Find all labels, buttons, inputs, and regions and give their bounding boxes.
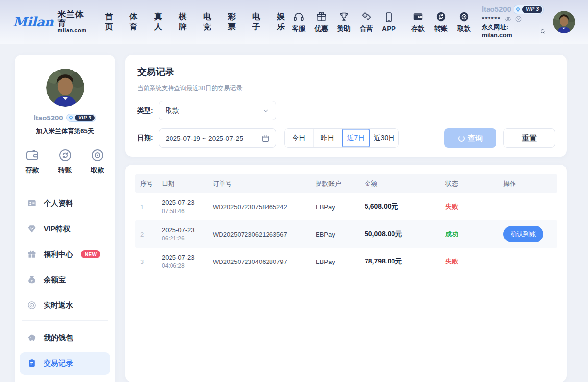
nav-sports[interactable]: 体育 [130,12,141,32]
sidebar-item-yuebao[interactable]: 余额宝 [20,268,110,291]
reset-button[interactable]: 重置 [503,128,555,148]
sidebar-withdraw-label: 取款 [91,166,104,175]
tags-icon [361,11,372,23]
promotions-link[interactable]: 优惠 [311,11,332,33]
cell-order-number: WD202507230406280797 [208,258,311,265]
nav-live[interactable]: 真人 [154,12,166,32]
exchange-outline-icon [58,148,73,163]
chevron-down-icon [262,107,270,115]
sidebar-item-wallet[interactable]: 我的钱包 [20,327,110,349]
deposit-button[interactable]: 存款 [407,11,429,33]
withdraw-label: 取款 [457,24,471,33]
customer-service-link[interactable]: 客服 [288,11,309,33]
cell-status-failed: 失败 [441,202,498,211]
cell-status-success: 成功 [441,230,498,239]
calendar-icon [261,134,270,143]
filter-panel: 交易记录 当前系统支持查询最近30日的交易记录 类型: 取款 日期: 2025-… [125,55,567,157]
wallet-outline-icon [25,148,40,163]
mobile-phone-icon [383,11,394,23]
coin-outline-icon [90,148,105,163]
nav-lottery[interactable]: 彩票 [228,12,239,32]
cell-order-number: WD202507230621263567 [208,231,311,238]
double-ring-icon [27,300,37,310]
user-avatar[interactable] [553,11,575,33]
col-header-amount: 金额 [360,179,441,188]
cell-seq: 2 [135,231,157,238]
nav-esports[interactable]: 电竞 [203,12,215,32]
loading-spinner-icon [458,135,465,142]
gift-fill-icon [27,249,37,259]
col-header-date: 日期 [157,179,208,188]
masked-balance: ****** [482,15,501,23]
sidebar-vip-badge: VIP 3 [66,114,97,122]
customer-service-label: 客服 [292,24,306,33]
sidebar-item-welfare[interactable]: 福利中心 NEW [20,243,110,265]
nav-slots[interactable]: 电子 [252,12,264,32]
confirm-receipt-button[interactable]: 确认到账 [503,226,543,242]
brand-script-logo: Milan [13,14,53,29]
app-download-link[interactable]: APP [378,11,399,33]
transfer-button[interactable]: 转账 [430,11,452,33]
range-30days-button[interactable]: 近30日 [370,129,398,147]
sponsorship-link[interactable]: 赞助 [333,11,354,33]
brand-name-cn: 米兰体育 [58,10,87,28]
query-button-label: 查询 [468,134,483,143]
page-title: 交易记录 [137,66,555,78]
gift-icon [316,11,327,23]
range-yesterday-button[interactable]: 昨日 [313,129,342,147]
date-filter-label: 日期: [137,134,159,143]
cell-seq: 1 [135,203,157,211]
vip-badge: VIP 3 [514,5,544,14]
sidebar-deposit-button[interactable]: 存款 [25,148,40,175]
magnifier-icon[interactable] [540,28,546,35]
nav-entertainment[interactable]: 娱乐 [277,12,288,32]
cell-date: 2025-07-23 04:06:28 [157,253,208,270]
table-row: 2 2025-07-23 06:21:26 WD2025072306212635… [135,220,557,248]
type-select[interactable]: 取款 [159,101,276,120]
date-quick-range-group: 今日 昨日 近7日 近30日 [284,128,399,148]
sidebar-item-vip[interactable]: VIP特权 [20,217,110,240]
page-subtitle: 当前系统支持查询最近30日的交易记录 [137,84,555,93]
headset-icon [293,11,305,23]
cell-status-failed: 失败 [441,257,498,266]
sponsorship-label: 赞助 [337,24,351,33]
permanent-url-label: 永久网址: milan.com [482,24,539,39]
cell-order-number: WD202507230758465242 [208,203,311,211]
cell-account: EBPay [311,231,360,238]
header-right-cluster: 客服 优惠 赞助 合营 APP 存款 [288,5,575,39]
refresh-balance-icon[interactable] [515,15,522,23]
brand-logo[interactable]: Milan 米兰体育 milan.com [13,10,86,33]
query-button[interactable]: 查询 [444,128,496,148]
table-header-row: 序号 日期 订单号 提款账户 金额 状态 操作 [135,174,557,193]
sidebar-transfer-button[interactable]: 转账 [58,148,73,175]
membership-days-label: 加入米兰体育第65天 [15,127,115,136]
type-filter-label: 类型: [137,106,159,115]
nav-chess[interactable]: 棋牌 [179,12,190,32]
app-window: Milan 米兰体育 milan.com 首页 体育 真人 棋牌 电竞 彩票 电… [0,0,588,382]
piggy-bank-icon [27,333,37,343]
range-7days-button[interactable]: 近7日 [342,129,370,147]
sidebar-item-rebate[interactable]: 实时返水 [20,294,110,316]
nav-home[interactable]: 首页 [105,12,116,32]
avatar-photo [553,11,575,33]
brand-name-block: 米兰体育 milan.com [58,10,87,33]
id-card-icon [27,198,37,208]
vip-diamond-icon [515,6,521,13]
sidebar-withdraw-button[interactable]: 取款 [90,148,105,175]
range-today-button[interactable]: 今日 [285,129,313,147]
sidebar-item-bets[interactable]: 投注记录 [20,378,110,382]
cell-amount: 5,608.00元 [360,202,441,211]
wallet-links-group: 存款 转账 取款 [407,11,475,33]
transfer-label: 转账 [434,24,448,33]
sidebar-item-profile[interactable]: 个人资料 [20,192,110,215]
table-row: 3 2025-07-23 04:06:28 WD2025072304062807… [135,248,557,275]
partnership-link[interactable]: 合营 [356,11,377,33]
withdraw-button[interactable]: 取款 [453,11,475,33]
date-range-input[interactable]: 2025-07-19 ~ 2025-07-25 [159,128,276,148]
exchange-icon [435,11,447,23]
eye-off-icon[interactable] [504,15,512,23]
transactions-table-panel: 序号 日期 订单号 提款账户 金额 状态 操作 1 2025-07-23 07:… [125,165,567,382]
sidebar-item-transactions[interactable]: 交易记录 [20,352,110,375]
brand-domain: milan.com [58,28,87,34]
cell-date: 2025-07-23 07:58:46 [157,198,208,215]
